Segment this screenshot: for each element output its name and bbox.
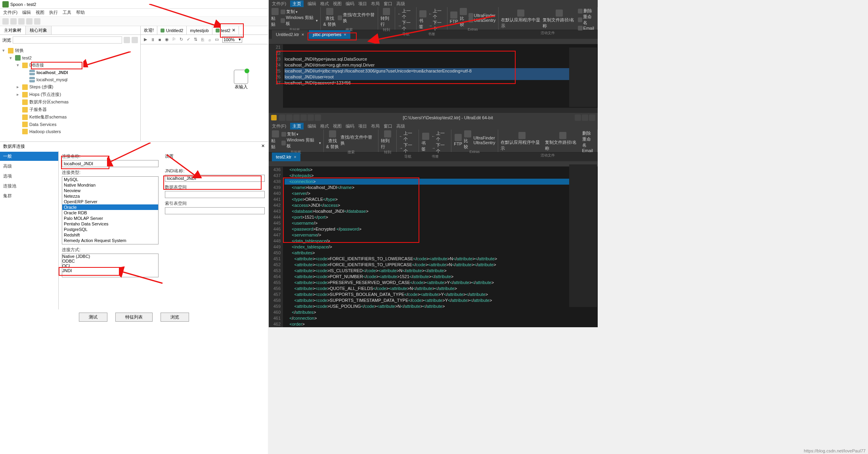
close-icon[interactable] — [589, 114, 595, 121]
impact-icon[interactable]: ⇅ — [192, 36, 199, 43]
index-ts-input[interactable] — [165, 207, 265, 214]
conn-type-option[interactable]: Palo MOLAP Server — [62, 216, 158, 221]
tree-db-localhost-jndi[interactable]: localhost_JNDI — [1, 69, 140, 76]
save-icon[interactable] — [26, 18, 33, 25]
tree-schemas[interactable]: 数据库分区schemas — [1, 98, 140, 106]
conn-type-option[interactable]: Native Mondrian — [62, 182, 158, 188]
close-icon[interactable]: × — [302, 32, 304, 37]
conn-type-option[interactable]: SAP ERP System — [62, 243, 158, 244]
copy-path-icon[interactable] — [556, 10, 563, 17]
copy-icon[interactable] — [281, 10, 285, 14]
tab-main-object-tree[interactable]: 主对象树 — [0, 26, 26, 34]
nav-options[interactable]: 选项 — [0, 172, 58, 181]
new-icon[interactable] — [2, 18, 9, 25]
ue-bottom-titlebar[interactable]: [C:\Users\Y\Desktop\test2.ktr] - UltraEd… — [269, 113, 598, 122]
conn-type-option[interactable]: Neoview — [62, 188, 158, 193]
search-input[interactable] — [13, 36, 122, 44]
expand-all-icon[interactable] — [124, 37, 130, 43]
windows-clipboard-icon[interactable] — [281, 141, 286, 145]
saveas-icon[interactable] — [34, 18, 40, 25]
goto-icon[interactable] — [384, 130, 391, 137]
show-results-icon[interactable]: ▭ — [214, 36, 220, 43]
spoon-menubar[interactable]: 文件(F) 编辑 视图 执行 工具 帮助 — [0, 9, 268, 17]
compare-icon[interactable] — [460, 8, 467, 15]
conn-type-option[interactable]: PostgreSQL — [62, 227, 158, 232]
conn-type-option[interactable]: Oracle — [62, 204, 158, 210]
save-icon[interactable] — [293, 114, 300, 121]
find-in-files-icon[interactable] — [338, 15, 342, 20]
minimap[interactable] — [569, 48, 597, 107]
email-icon[interactable] — [578, 26, 583, 31]
paste-icon[interactable] — [272, 130, 279, 137]
windows-clipboard-icon[interactable] — [281, 18, 285, 23]
features-button[interactable]: 特征列表 — [115, 313, 153, 322]
sql-icon[interactable]: ⎘ — [199, 36, 206, 43]
menu-run[interactable]: 执行 — [49, 10, 58, 15]
compare-icon[interactable] — [464, 130, 471, 137]
conn-type-option[interactable]: Oracle RDB — [62, 210, 158, 216]
ftp-icon[interactable] — [455, 134, 462, 141]
close-icon[interactable]: ✕ — [261, 143, 265, 149]
tree-db-localhost-mysql[interactable]: localhost_mysql — [1, 76, 140, 83]
preview-icon[interactable]: ◉ — [164, 36, 170, 43]
open-icon[interactable] — [286, 114, 293, 121]
conn-type-option[interactable]: MySQL — [62, 177, 158, 182]
step-table-input[interactable]: 表输入 — [234, 70, 248, 90]
spoon-titlebar[interactable]: Spoon - test2 — [0, 0, 268, 9]
copy-icon[interactable] — [281, 132, 286, 137]
tree-child-servers[interactable]: 子服务器 — [1, 106, 140, 113]
copy-path-icon[interactable] — [559, 132, 566, 139]
menu-tools[interactable]: 工具 — [63, 10, 71, 15]
maximize-icon[interactable] — [582, 114, 588, 121]
tree-hadoop-clusters[interactable]: Hadoop clusters — [1, 128, 140, 135]
tree-steps[interactable]: ▸Steps (步骤) — [1, 83, 140, 91]
play-icon[interactable]: ▶ — [142, 36, 149, 43]
conn-type-option[interactable]: OpenERP Server — [62, 199, 158, 204]
new-icon[interactable] — [279, 114, 285, 121]
ue-bottom-menubar[interactable]: 文件(F) 主页 编辑 格式 视图 编码 项目 布局 窗口 高级 — [269, 122, 598, 130]
collapse-all-icon[interactable] — [132, 37, 138, 43]
menu-file[interactable]: 文件(F) — [3, 10, 17, 15]
tree-cluster-schemas[interactable]: Kettle集群schemas — [1, 113, 140, 121]
tab-test2-ktr[interactable]: test2.ktr× — [272, 153, 300, 161]
stop-icon[interactable]: ■ — [157, 36, 163, 43]
conn-type-option[interactable]: Redshift — [62, 232, 158, 238]
undo-icon[interactable] — [308, 114, 314, 121]
bookmark-icon[interactable] — [422, 133, 429, 140]
conn-type-option[interactable]: Remedy Action Request System — [62, 238, 158, 243]
tab-core-objects[interactable]: 核心对象 — [26, 26, 52, 34]
nav-advanced[interactable]: 高级 — [0, 162, 58, 171]
explore-icon[interactable] — [18, 18, 25, 25]
minimap[interactable] — [569, 164, 597, 307]
redo-icon[interactable] — [315, 114, 321, 121]
show-default-icon[interactable] — [518, 132, 526, 139]
tab-untitled2[interactable]: Untitled2.ktr× — [272, 30, 308, 39]
ue-top-menubar[interactable]: 文件(F) 主页 编辑 格式 视图 编码 项目 布局 窗口 高级 — [269, 0, 598, 7]
menu-help[interactable]: 帮助 — [76, 10, 85, 15]
replay-icon[interactable]: ↻ — [178, 36, 184, 43]
data-ts-input[interactable] — [165, 191, 265, 198]
browse-button[interactable]: 浏览 — [161, 313, 189, 322]
conn-type-list[interactable]: MySQLNative MondrianNeoviewNetezzaOpenER… — [62, 176, 159, 244]
nav-cluster[interactable]: 集群 — [0, 191, 58, 200]
explore-db-icon[interactable]: ⌕ — [206, 36, 213, 43]
tree-hops[interactable]: ▸Hops (节点连接) — [1, 91, 140, 98]
verify-icon[interactable]: ✓ — [185, 36, 191, 43]
nav-general[interactable]: 一般 — [0, 152, 58, 161]
pause-icon[interactable]: ⏸ — [149, 36, 156, 43]
goto-icon[interactable] — [383, 8, 390, 15]
tree-data-services[interactable]: Data Services — [1, 121, 140, 128]
show-default-icon[interactable] — [517, 10, 524, 17]
minimize-icon[interactable] — [575, 114, 581, 121]
find-replace-icon[interactable] — [329, 130, 336, 137]
debug-icon[interactable]: ⚐ — [171, 36, 177, 43]
menu-edit[interactable]: 编辑 — [22, 10, 31, 15]
close-icon[interactable]: × — [294, 155, 296, 159]
conn-method-option[interactable]: Native (JDBC) — [62, 254, 158, 259]
open-icon[interactable] — [10, 18, 17, 25]
paste-icon[interactable] — [271, 8, 279, 15]
print-icon[interactable] — [300, 114, 307, 121]
conn-type-option[interactable]: Netezza — [62, 193, 158, 199]
find-replace-icon[interactable] — [326, 8, 333, 15]
nav-pool[interactable]: 连接池 — [0, 181, 58, 191]
